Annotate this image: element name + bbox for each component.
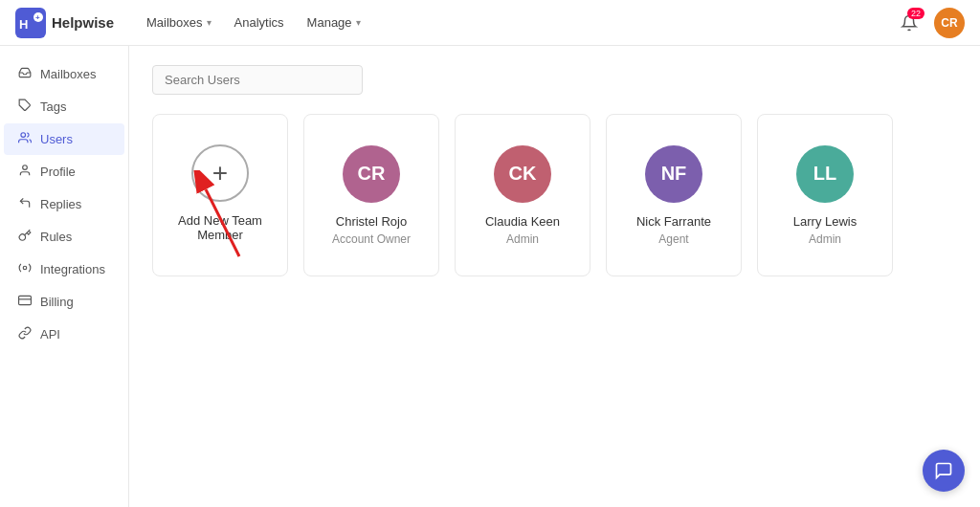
search-input[interactable] [152, 65, 363, 95]
user-card-larry[interactable]: LL Larry Lewis Admin [757, 114, 893, 276]
sidebar-item-api[interactable]: API [4, 319, 124, 350]
chevron-down-icon-manage: ▾ [356, 17, 361, 28]
nav-analytics[interactable]: Analytics [225, 10, 294, 35]
sidebar-item-replies[interactable]: Replies [4, 188, 124, 220]
user-avatar-nick: NF [645, 145, 702, 203]
sidebar-tags-label: Tags [40, 99, 66, 114]
svg-text:+: + [35, 13, 40, 22]
user-role-nick: Agent [658, 232, 688, 246]
svg-text:H: H [19, 17, 28, 32]
api-icon [17, 326, 33, 342]
topnav-right: 22 CR [894, 8, 965, 38]
svg-point-6 [23, 165, 28, 170]
mailboxes-icon [17, 66, 33, 82]
user-name-nick: Nick Farrante [636, 214, 711, 229]
sidebar-item-billing[interactable]: Billing [4, 286, 124, 318]
user-card-nick[interactable]: NF Nick Farrante Agent [606, 114, 742, 276]
chat-button[interactable] [923, 450, 965, 492]
sidebar-profile-label: Profile [40, 165, 76, 179]
add-team-member-card[interactable]: + Add New Team Member [152, 114, 288, 276]
sidebar: Mailboxes Tags Users [0, 46, 129, 507]
chevron-down-icon: ▾ [207, 17, 212, 28]
rules-icon [17, 229, 33, 245]
user-grid: + Add New Team Member CR Christel Rojo A… [152, 114, 957, 276]
sidebar-users-label: Users [40, 132, 73, 146]
billing-icon [17, 294, 33, 310]
svg-rect-8 [19, 296, 32, 304]
sidebar-item-integrations[interactable]: Integrations [4, 254, 124, 285]
nav-items: Mailboxes ▾ Analytics Manage ▾ [137, 10, 894, 35]
user-avatar-larry: LL [796, 145, 854, 203]
replies-icon [17, 196, 33, 212]
user-card-christel[interactable]: CR Christel Rojo Account Owner [303, 114, 439, 276]
sidebar-item-mailboxes[interactable]: Mailboxes [4, 58, 124, 90]
svg-point-7 [23, 266, 27, 270]
sidebar-integrations-label: Integrations [40, 262, 105, 276]
user-role-claudia: Admin [506, 232, 539, 246]
logo[interactable]: H + Helpwise [15, 8, 114, 38]
user-name-christel: Christel Rojo [336, 214, 407, 229]
main-layout: Mailboxes Tags Users [0, 0, 980, 507]
user-avatar-button[interactable]: CR [934, 8, 965, 38]
sidebar-item-profile[interactable]: Profile [4, 156, 124, 187]
nav-mailboxes[interactable]: Mailboxes ▾ [137, 10, 221, 35]
logo-text: Helpwise [52, 14, 114, 31]
profile-icon [17, 164, 33, 180]
sidebar-billing-label: Billing [40, 295, 74, 309]
tags-icon [17, 99, 33, 115]
add-team-label: Add New Team Member [165, 213, 276, 242]
nav-manage[interactable]: Manage ▾ [298, 10, 370, 35]
sidebar-item-rules[interactable]: Rules [4, 221, 124, 253]
user-avatar-christel: CR [343, 145, 400, 203]
user-role-christel: Account Owner [332, 232, 411, 246]
sidebar-item-tags[interactable]: Tags [4, 91, 124, 122]
user-name-larry: Larry Lewis [793, 214, 857, 229]
sidebar-api-label: API [40, 327, 60, 342]
notification-badge: 22 [907, 8, 924, 19]
top-navigation: H + Helpwise Mailboxes ▾ Analytics Manag… [0, 0, 980, 46]
user-role-larry: Admin [809, 232, 841, 246]
svg-point-5 [21, 133, 26, 138]
integrations-icon [17, 261, 33, 277]
user-avatar-claudia: CK [494, 145, 551, 203]
sidebar-replies-label: Replies [40, 197, 81, 211]
user-card-claudia[interactable]: CK Claudia Keen Admin [455, 114, 590, 276]
notifications-button[interactable]: 22 [894, 8, 924, 38]
sidebar-item-users[interactable]: Users [4, 123, 124, 155]
sidebar-rules-label: Rules [40, 230, 72, 244]
users-icon [17, 131, 33, 147]
main-content: + Add New Team Member CR Christel Rojo A… [129, 46, 980, 507]
add-avatar: + [191, 144, 249, 202]
user-name-claudia: Claudia Keen [485, 214, 560, 229]
logo-icon: H + [15, 8, 46, 38]
sidebar-mailboxes-label: Mailboxes [40, 67, 97, 81]
